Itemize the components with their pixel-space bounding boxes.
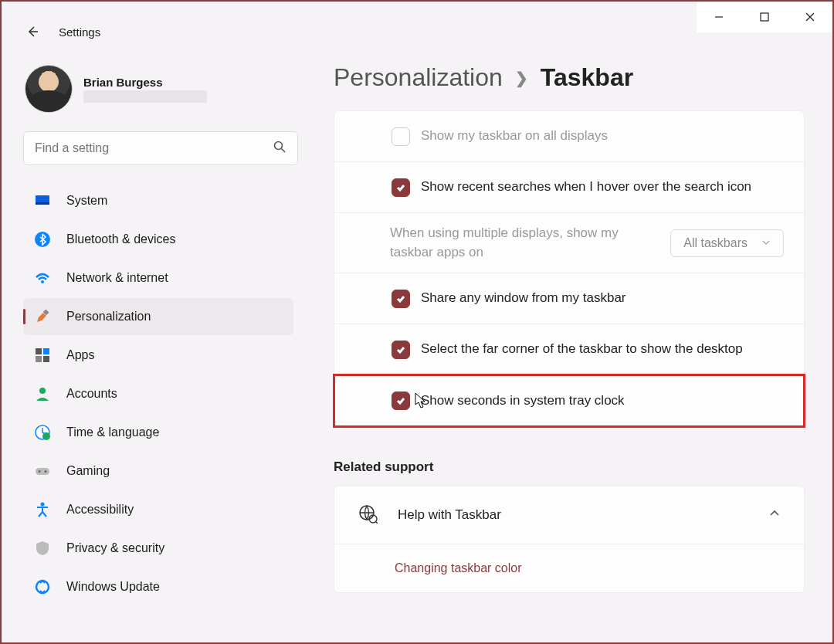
setting-multi-display: When using multiple displays, show my ta… <box>334 213 804 273</box>
chevron-down-icon <box>761 236 771 250</box>
chevron-up-icon <box>768 507 781 523</box>
sidebar-item-label: Accessibility <box>66 503 134 517</box>
sidebar-item-label: Gaming <box>66 464 110 478</box>
accessibility-icon <box>34 501 51 518</box>
sidebar-item-network[interactable]: Network & internet <box>23 259 293 297</box>
dropdown-value: All taskbars <box>683 236 748 250</box>
svg-point-5 <box>275 142 283 150</box>
sidebar-item-accessibility[interactable]: Accessibility <box>23 491 293 528</box>
svg-point-20 <box>39 470 41 473</box>
breadcrumb-current: Taskbar <box>541 63 633 92</box>
sidebar-item-system[interactable]: System <box>23 182 293 219</box>
svg-point-22 <box>41 503 45 507</box>
apps-icon <box>34 347 51 364</box>
breadcrumb-parent[interactable]: Personalization <box>334 63 503 92</box>
setting-label: Show recent searches when I hover over t… <box>390 178 751 197</box>
profile-email-redacted <box>83 90 207 103</box>
dropdown-taskbar-apps: All taskbars <box>670 229 784 257</box>
svg-rect-19 <box>36 468 49 475</box>
globe-help-icon <box>358 503 378 527</box>
paintbrush-icon <box>34 308 51 325</box>
close-button[interactable] <box>787 2 832 32</box>
sidebar-item-apps[interactable]: Apps <box>23 337 293 374</box>
person-icon <box>34 385 51 402</box>
setting-all-displays: Show my taskbar on all displays <box>334 111 804 162</box>
svg-point-23 <box>36 581 49 593</box>
gamepad-icon <box>34 463 51 480</box>
sidebar-item-gaming[interactable]: Gaming <box>23 452 293 490</box>
checkbox-far-corner[interactable] <box>392 341 410 359</box>
search-input-wrap[interactable] <box>23 131 298 165</box>
checkbox-recent-searches[interactable] <box>392 178 410 197</box>
setting-far-corner[interactable]: Select the far corner of the taskbar to … <box>334 324 804 375</box>
taskbar-settings-panel: Show my taskbar on all displays Show rec… <box>334 110 805 427</box>
help-title: Help with Taskbar <box>398 507 748 523</box>
search-icon <box>273 140 286 157</box>
avatar <box>25 65 73 113</box>
minimize-button[interactable] <box>697 2 742 32</box>
sidebar-item-label: Accounts <box>66 387 117 401</box>
setting-label: Show seconds in system tray clock <box>390 391 625 411</box>
checkbox-all-displays <box>392 127 410 146</box>
svg-rect-14 <box>36 356 42 362</box>
back-button[interactable] <box>25 24 40 39</box>
sidebar-item-accounts[interactable]: Accounts <box>23 375 293 412</box>
breadcrumb: Personalization ❯ Taskbar <box>334 63 805 92</box>
sidebar-item-label: Privacy & security <box>66 541 164 555</box>
setting-show-seconds[interactable]: Show seconds in system tray clock <box>334 375 804 426</box>
svg-rect-13 <box>43 348 49 354</box>
checkbox-share-window[interactable] <box>392 290 410 308</box>
sidebar-item-bluetooth[interactable]: Bluetooth & devices <box>23 221 293 258</box>
svg-point-18 <box>42 432 50 440</box>
profile-block[interactable]: Brian Burgess <box>23 59 293 117</box>
app-title: Settings <box>59 25 100 39</box>
setting-share-window[interactable]: Share any window from my taskbar <box>334 273 804 324</box>
checkbox-show-seconds[interactable] <box>392 391 410 410</box>
shield-icon <box>34 540 51 557</box>
sidebar-item-update[interactable]: Windows Update <box>23 568 293 605</box>
svg-point-21 <box>45 470 47 473</box>
help-link-taskbar-color[interactable]: Changing taskbar color <box>334 544 804 592</box>
sidebar-item-label: Windows Update <box>66 580 160 594</box>
setting-label: Select the far corner of the taskbar to … <box>390 340 743 359</box>
help-header[interactable]: Help with Taskbar <box>334 486 804 544</box>
sidebar-item-label: Personalization <box>66 310 151 324</box>
sidebar-item-label: Time & language <box>66 425 159 439</box>
sidebar-item-label: Network & internet <box>66 271 168 285</box>
svg-point-16 <box>39 388 46 394</box>
profile-name: Brian Burgess <box>83 76 207 89</box>
clock-globe-icon <box>34 424 51 441</box>
setting-label: Show my taskbar on all displays <box>390 127 608 146</box>
related-support-heading: Related support <box>334 459 805 475</box>
chevron-right-icon: ❯ <box>515 69 528 87</box>
svg-rect-12 <box>36 348 42 354</box>
svg-rect-8 <box>36 202 49 205</box>
svg-rect-1 <box>761 13 768 21</box>
wifi-icon <box>34 269 51 286</box>
search-input[interactable] <box>35 141 273 155</box>
help-panel: Help with Taskbar Changing taskbar color <box>334 486 805 593</box>
sidebar-item-label: Apps <box>66 348 94 362</box>
setting-recent-searches[interactable]: Show recent searches when I hover over t… <box>334 162 804 213</box>
sidebar-item-time[interactable]: Time & language <box>23 414 293 451</box>
sidebar-item-label: System <box>66 194 107 208</box>
setting-label: When using multiple displays, show my ta… <box>390 224 656 262</box>
update-icon <box>34 578 51 595</box>
display-icon <box>34 192 51 209</box>
sidebar-item-label: Bluetooth & devices <box>66 232 175 246</box>
svg-point-10 <box>41 280 44 283</box>
bluetooth-icon <box>34 231 51 248</box>
sidebar-item-personalization[interactable]: Personalization <box>23 298 293 335</box>
svg-rect-15 <box>43 356 49 362</box>
setting-label: Share any window from my taskbar <box>390 289 626 308</box>
maximize-button[interactable] <box>742 2 788 32</box>
svg-line-6 <box>282 149 286 153</box>
sidebar-item-privacy[interactable]: Privacy & security <box>23 530 293 567</box>
